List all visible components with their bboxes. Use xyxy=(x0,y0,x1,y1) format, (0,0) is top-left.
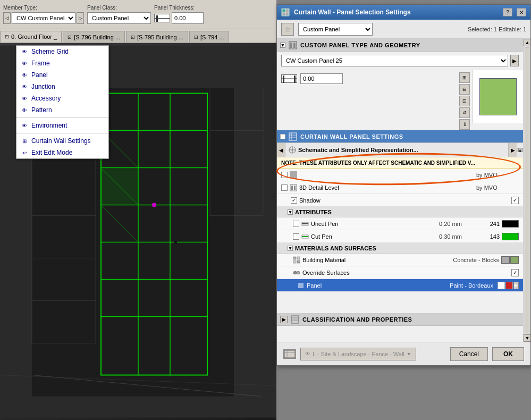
uncut-pen-label: Uncut Pen xyxy=(311,221,437,227)
dialog-close-btn[interactable]: ✕ xyxy=(517,8,526,16)
section-custom-panel-header[interactable]: ▼ CUSTOM PANEL TYPE AND GEOMETRY xyxy=(277,39,523,52)
viewport-area: Member Type: ◁ CW Custom Panel 25 ▷ Pane… xyxy=(0,0,276,420)
detail-level-value-partial: by MVO xyxy=(476,172,519,178)
member-type-left-icon[interactable]: ◁ xyxy=(3,12,11,24)
tab-ground-floor[interactable]: ⊡ 0. Ground Floor _ xyxy=(0,31,62,43)
detail-level-check[interactable] xyxy=(281,184,288,191)
row-scrollbar[interactable]: ▲ xyxy=(517,148,523,152)
uncut-pen-checkbox[interactable] xyxy=(293,221,299,227)
scroll-up-btn[interactable]: ▲ xyxy=(524,39,530,46)
section-classification-header[interactable]: ▶ CLASSIFICATION AND PROPERTIES xyxy=(277,313,523,326)
menu-item-accessory[interactable]: 👁 Accessory xyxy=(16,93,108,104)
scroll-down-btn[interactable]: ▼ xyxy=(524,334,530,342)
eye-icon-scheme-grid: 👁 xyxy=(21,48,28,55)
svg-rect-51 xyxy=(293,261,296,263)
materials-collapse[interactable]: ▼ xyxy=(288,246,293,251)
section2-collapse-btn[interactable]: ▼ xyxy=(280,134,285,139)
svg-rect-14 xyxy=(102,169,137,204)
panel-label: Panel xyxy=(307,282,448,289)
svg-point-16 xyxy=(174,241,177,244)
layer-btn[interactable]: 👁 L - Site & Landscape - Fence - Wall ▼ xyxy=(300,348,416,360)
eye-icon-panel: 👁 xyxy=(21,71,28,79)
scrollbar-up[interactable]: ▲ xyxy=(518,148,522,152)
building-material-label: Building Material xyxy=(302,257,451,263)
nav-right-btn[interactable]: ▶ xyxy=(508,143,517,157)
svg-rect-42 xyxy=(290,184,297,191)
tab-s794[interactable]: ⊡ [S-794 ... xyxy=(189,31,229,43)
dialog-main: ▼ CUSTOM PANEL TYPE AND GEOMETRY CW Cust… xyxy=(277,39,523,342)
uncut-pen-icon xyxy=(301,220,309,228)
thickness-group: Panel Thickness: xyxy=(154,5,204,24)
favorite-btn[interactable]: ☆ xyxy=(281,23,294,36)
menu-item-pattern[interactable]: 👁 Pattern xyxy=(16,104,108,116)
thickness-input[interactable] xyxy=(172,12,204,24)
uncut-pen-row: Uncut Pen 0.20 mm 241 xyxy=(277,217,523,230)
svg-rect-52 xyxy=(297,261,300,263)
svg-rect-33 xyxy=(290,43,292,48)
empty-space xyxy=(277,292,523,313)
nav-left-btn[interactable]: ◀ xyxy=(277,143,285,157)
dialog: Curtain Wall - Panel Selection Settings … xyxy=(276,4,531,366)
tab-s796[interactable]: ⊡ [S-796 Building ... xyxy=(63,31,125,43)
cut-pen-checkbox[interactable] xyxy=(293,233,299,240)
panel-class-group: Panel Class: Custom Panel xyxy=(87,5,151,24)
thickness-value-input[interactable] xyxy=(300,73,343,84)
member-type-right-icon[interactable]: ▷ xyxy=(77,12,84,24)
shadow-check-box[interactable]: ✓ xyxy=(511,197,519,204)
top-toolbar: Member Type: ◁ CW Custom Panel 25 ▷ Pane… xyxy=(0,0,276,29)
dialog-content[interactable]: ▼ CUSTOM PANEL TYPE AND GEOMETRY CW Cust… xyxy=(277,39,523,342)
cw-settings-icon xyxy=(289,132,297,141)
btn-zoom[interactable]: ⊞ xyxy=(459,72,470,83)
panel-surface-icon xyxy=(297,282,305,289)
section1-collapse-btn[interactable]: ▼ xyxy=(280,43,285,48)
panel-swatch-btn[interactable]: ▶ xyxy=(513,282,519,289)
override-surfaces-icon xyxy=(293,269,300,276)
menu-item-junction[interactable]: 👁 Junction xyxy=(16,81,108,93)
cancel-btn[interactable]: Cancel xyxy=(450,347,488,361)
warning-text: NOTE: THESE ATTRIBUTES ONLY AFFECT SCHEM… xyxy=(281,160,475,166)
menu-item-frame[interactable]: 👁 Frame xyxy=(16,57,108,69)
panel-value: Paint - Bordeaux xyxy=(450,282,493,289)
shadow-checkbox[interactable] xyxy=(291,197,297,204)
panel-row[interactable]: Panel Paint - Bordeaux ▶ xyxy=(277,279,523,292)
dialog-help-btn[interactable]: ? xyxy=(503,8,512,16)
btn-info[interactable]: ℹ xyxy=(459,119,470,130)
section3-title: CLASSIFICATION AND PROPERTIES xyxy=(302,316,412,323)
attributes-header[interactable]: ▼ ATTRIBUTES xyxy=(277,207,523,217)
arrow-icon-exit: ↩ xyxy=(21,149,28,156)
panel-type-select[interactable]: CW Custom Panel 25 xyxy=(281,55,508,66)
dialog-titlebar: Curtain Wall - Panel Selection Settings … xyxy=(277,5,530,20)
uncut-pen-number: 241 xyxy=(484,221,500,227)
dialog-footer: 👁 L - Site & Landscape - Fence - Wall ▼ … xyxy=(277,342,530,365)
eye-icon-accessory: 👁 xyxy=(21,95,28,102)
panel-color-preview xyxy=(479,78,517,115)
materials-header[interactable]: ▼ MATERIALS AND SURFACES xyxy=(277,243,523,254)
menu-item-cw-settings[interactable]: ⊞ Curtain Wall Settings xyxy=(16,135,108,147)
section-cw-settings-header[interactable]: ▼ CURTAIN WALL PANEL SETTINGS xyxy=(277,130,523,143)
menu-item-environment[interactable]: 👁 Environment xyxy=(16,120,108,131)
dialog-scrollbar[interactable]: ▲ ▼ xyxy=(523,39,530,342)
scroll-thumb[interactable] xyxy=(525,47,529,333)
btn-fit[interactable]: ⊟ xyxy=(459,84,470,95)
panel-type-menu-btn[interactable]: ▶ xyxy=(510,55,519,66)
detail-level-checkbox[interactable] xyxy=(281,172,288,178)
dialog-title-icon xyxy=(281,8,290,16)
member-type-select[interactable]: CW Custom Panel 25 xyxy=(12,12,75,24)
menu-item-exit-edit[interactable]: ↩ Exit Edit Mode xyxy=(16,147,108,158)
menu-item-panel[interactable]: 👁 Panel xyxy=(16,69,108,81)
member-type-group: Member Type: ◁ CW Custom Panel 25 ▷ xyxy=(3,5,84,24)
member-type-label: Member Type: xyxy=(3,5,84,11)
btn-rotate[interactable]: ↺ xyxy=(459,107,470,118)
panel-class-select[interactable]: Custom Panel xyxy=(87,12,151,24)
building-material-value: Concrete - Blocks xyxy=(453,257,499,263)
attributes-collapse[interactable]: ▼ xyxy=(288,209,293,215)
tab-s795[interactable]: ⊡ [S-795 Building ... xyxy=(126,31,188,43)
menu-item-scheme-grid[interactable]: 👁 Scheme Grid xyxy=(16,46,108,57)
btn-view[interactable]: ⊡ xyxy=(459,96,470,106)
section3-collapse-btn[interactable]: ▶ xyxy=(280,316,288,323)
override-surfaces-checkbox[interactable]: ✓ xyxy=(511,269,519,276)
section1-title: CUSTOM PANEL TYPE AND GEOMETRY xyxy=(300,42,420,48)
panel-dropdown[interactable]: Custom Panel xyxy=(298,23,373,36)
cut-pen-swatch xyxy=(502,233,519,240)
ok-btn[interactable]: OK xyxy=(492,347,524,361)
